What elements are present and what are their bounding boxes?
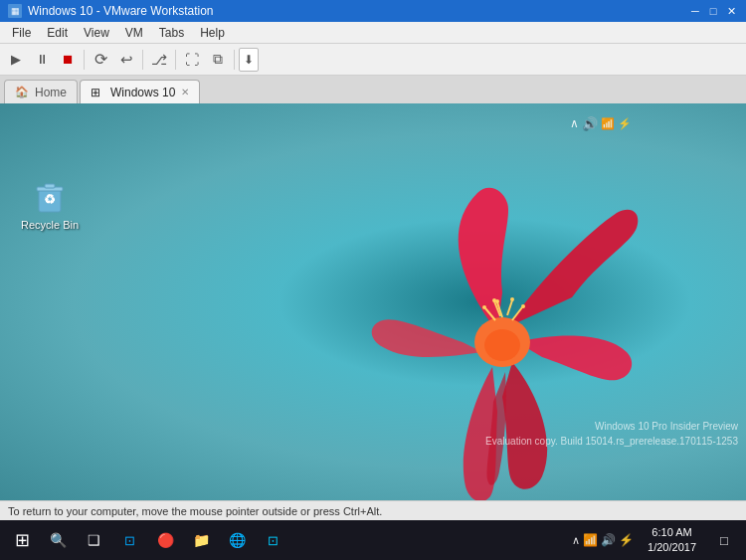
- toolbar-fullscreen[interactable]: ⛶: [180, 48, 204, 72]
- watermark-line1: Windows 10 Pro Insider Preview: [485, 419, 738, 434]
- toolbar-dropdown[interactable]: ⬇: [239, 48, 259, 72]
- tray-speaker[interactable]: 🔊: [582, 116, 598, 131]
- host-notification-button[interactable]: □: [706, 522, 742, 558]
- host-tray-battery[interactable]: ⚡: [619, 533, 634, 547]
- toolbar-separator-3: [175, 50, 176, 70]
- host-taskbar-cortana[interactable]: ⊡: [111, 522, 147, 558]
- recycle-bin-desktop-icon[interactable]: ♻ Recycle Bin: [14, 175, 86, 231]
- recycle-bin-svg: ♻: [31, 176, 69, 214]
- menu-vm[interactable]: VM: [117, 24, 151, 42]
- windows-icon: ⊞: [91, 86, 104, 99]
- home-icon: 🏠: [15, 86, 29, 98]
- svg-rect-15: [45, 184, 55, 188]
- svg-text:♻: ♻: [44, 192, 56, 207]
- win10-desktop[interactable]: ♻ Recycle Bin Windows 10 Pro Insider Pre…: [0, 103, 746, 500]
- host-taskbar-vmware[interactable]: ⊡: [255, 522, 290, 558]
- win-watermark: Windows 10 Pro Insider Preview Evaluatio…: [485, 419, 738, 449]
- toolbar-separator-2: [142, 50, 143, 70]
- title-bar-left: ▦ Windows 10 - VMware Workstation: [8, 4, 214, 18]
- toolbar: ▶ ⏸ ⏹ ⟳ ↩ ⎇ ⛶ ⧉ ⬇: [0, 44, 746, 76]
- host-start-button[interactable]: ⊞: [4, 522, 40, 558]
- menu-tabs[interactable]: Tabs: [151, 24, 192, 42]
- recycle-bin-label: Recycle Bin: [21, 219, 79, 231]
- toolbar-usb[interactable]: ⎇: [147, 48, 171, 72]
- toolbar-revert[interactable]: ↩: [114, 48, 138, 72]
- minimize-button[interactable]: ─: [688, 4, 702, 18]
- svg-point-9: [521, 304, 525, 308]
- host-time: 6:10 AM: [648, 525, 696, 540]
- tabs-bar: 🏠 Home ⊞ Windows 10 ✕: [0, 76, 746, 103]
- svg-point-12: [484, 329, 520, 361]
- host-taskbar-explorer[interactable]: 📁: [183, 522, 219, 558]
- tab-home-label: Home: [35, 86, 67, 99]
- tab-windows10[interactable]: ⊞ Windows 10 ✕: [80, 80, 200, 103]
- svg-point-8: [510, 297, 514, 301]
- title-bar-text: Windows 10 - VMware Workstation: [28, 4, 214, 18]
- title-bar-controls: ─ □ ✕: [688, 4, 738, 18]
- host-systray: ∧ 📶 🔊 ⚡: [568, 533, 638, 547]
- host-tray-chevron[interactable]: ∧: [572, 534, 580, 547]
- host-taskbar: ⊞ 🔍 ❑ ⊡ 🔴 📁 🌐 ⊡ ∧ 📶 🔊 ⚡ 6:10 AM 1/20/201…: [0, 520, 746, 560]
- tab-close-button[interactable]: ✕: [181, 87, 189, 97]
- menu-view[interactable]: View: [76, 24, 117, 42]
- watermark-line2: Evaluation copy. Build 15014.rs_prerelea…: [485, 434, 738, 449]
- recycle-bin-image: ♻: [30, 175, 70, 215]
- svg-point-11: [492, 298, 496, 302]
- maximize-button[interactable]: □: [706, 4, 720, 18]
- tab-home[interactable]: 🏠 Home: [4, 80, 78, 103]
- tray-battery[interactable]: ⚡: [618, 117, 632, 130]
- host-date: 1/20/2017: [648, 540, 696, 555]
- host-taskview-button[interactable]: ❑: [76, 522, 111, 558]
- notice-bar: To return to your computer, move the mou…: [0, 500, 746, 520]
- host-search-button[interactable]: 🔍: [40, 522, 76, 558]
- notice-text: To return to your computer, move the mou…: [8, 505, 382, 517]
- host-tray-network[interactable]: 📶: [583, 533, 598, 547]
- host-tray-speaker[interactable]: 🔊: [601, 533, 616, 547]
- toolbar-snapshot[interactable]: ⟳: [89, 48, 112, 72]
- vmware-app-icon: ▦: [8, 4, 22, 18]
- svg-line-3: [507, 300, 512, 315]
- host-taskbar-right: ∧ 📶 🔊 ⚡ 6:10 AM 1/20/2017 □: [568, 522, 742, 558]
- toolbar-power-on[interactable]: ▶: [4, 48, 28, 72]
- vmware-window: ▦ Windows 10 - VMware Workstation ─ □ ✕ …: [0, 0, 746, 560]
- toolbar-stop[interactable]: ⏹: [56, 48, 80, 72]
- host-taskbar-browser[interactable]: 🌐: [219, 522, 255, 558]
- tray-network[interactable]: 📶: [601, 117, 615, 130]
- host-clock[interactable]: 6:10 AM 1/20/2017: [642, 525, 702, 556]
- menu-file[interactable]: File: [4, 24, 39, 42]
- toolbar-separator-4: [234, 50, 235, 70]
- menu-bar: File Edit View VM Tabs Help: [0, 22, 746, 44]
- tray-chevron[interactable]: ∧: [570, 116, 579, 130]
- host-taskbar-app1[interactable]: 🔴: [147, 522, 183, 558]
- toolbar-unity[interactable]: ⧉: [206, 48, 230, 72]
- toolbar-separator-1: [84, 50, 85, 70]
- menu-help[interactable]: Help: [192, 24, 233, 42]
- svg-point-10: [482, 305, 486, 309]
- vm-viewport: ♻ Recycle Bin Windows 10 Pro Insider Pre…: [0, 103, 746, 560]
- toolbar-pause[interactable]: ⏸: [30, 48, 54, 72]
- systray: ∧ 🔊 📶 ⚡: [566, 116, 636, 131]
- title-bar: ▦ Windows 10 - VMware Workstation ─ □ ✕: [0, 0, 746, 22]
- close-button[interactable]: ✕: [724, 4, 738, 18]
- tab-windows10-label: Windows 10: [110, 86, 175, 99]
- menu-edit[interactable]: Edit: [39, 24, 76, 42]
